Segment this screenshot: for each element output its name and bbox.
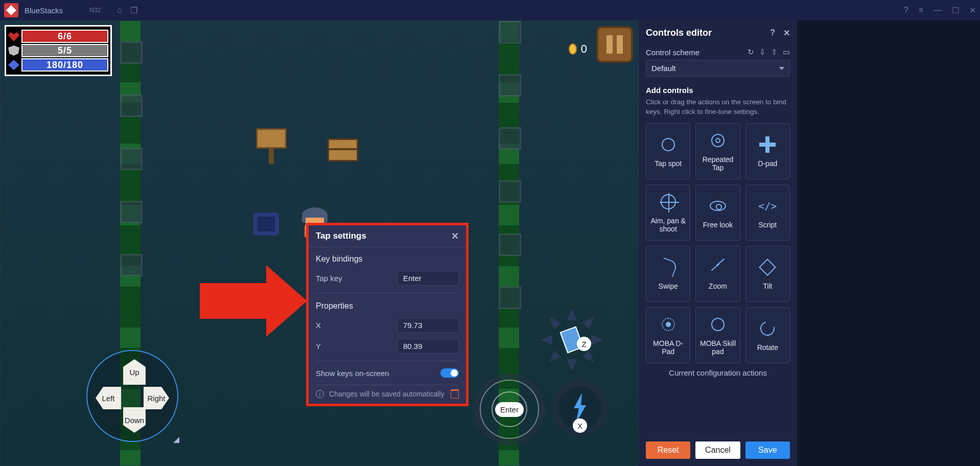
footer-note: Changes will be saved automatically [329, 390, 445, 398]
dpad-left[interactable]: Left [96, 387, 121, 409]
hp-value: 6/6 [21, 30, 108, 43]
recent-apps-icon[interactable]: ❐ [130, 6, 137, 15]
moba-dpad-icon [662, 318, 675, 331]
instance-badge: N32 [89, 7, 101, 14]
annotation-arrow [200, 265, 307, 337]
app-name: BlueStacks [25, 6, 63, 15]
hamburger-icon[interactable]: ≡ [919, 6, 923, 15]
zoom-icon [710, 260, 726, 275]
game-sprite-chest [328, 138, 358, 161]
coin-value: 0 [581, 42, 587, 56]
dpad-down[interactable]: Down [123, 407, 146, 433]
popup-title: Tap settings [316, 231, 366, 241]
home-icon[interactable]: ⌂ [117, 6, 122, 15]
control-dpad[interactable]: D-pad [745, 123, 790, 179]
export-icon[interactable]: ⇧ [771, 48, 778, 57]
control-tilt[interactable]: Tilt [745, 246, 790, 302]
mana-value: 180/180 [21, 58, 108, 72]
maximize-icon[interactable]: ☐ [952, 6, 959, 15]
dpad-up[interactable]: Up [123, 359, 146, 385]
titlebar: BlueStacks N32 ⌂ ❐ ? ≡ — ☐ ✕ [0, 0, 980, 20]
folder-icon[interactable]: ▭ [783, 48, 790, 57]
control-tap-spot[interactable]: Tap spot [646, 123, 690, 179]
game-viewport[interactable]: 6/6 5/5 180/180 0 Up Down Left Right [0, 20, 639, 466]
controls-editor-panel: Controls editor ? ✕ Control scheme ↻ ⇩ ⇧… [639, 20, 797, 466]
tap-spot-icon [662, 138, 675, 151]
eye-icon [710, 201, 726, 211]
swipe-icon [658, 258, 678, 277]
app-logo [4, 3, 18, 17]
delete-icon[interactable] [451, 389, 459, 399]
control-free-look[interactable]: Free look [695, 184, 740, 241]
show-keys-toggle[interactable] [440, 368, 459, 378]
show-keys-label: Show keys on-screen [316, 369, 389, 378]
dpad-overlay[interactable]: Up Down Left Right [86, 350, 178, 442]
save-button[interactable]: Save [745, 441, 790, 459]
dpad-right[interactable]: Right [144, 387, 169, 409]
shield-icon [8, 45, 19, 56]
tap-key-label: Tap key [316, 274, 342, 283]
panel-title: Controls editor [646, 28, 712, 38]
tap-overlay-card[interactable]: Z [539, 307, 604, 372]
control-moba-dpad[interactable]: MOBA D-Pad [646, 307, 690, 363]
rotate-icon [758, 319, 777, 338]
control-aim-pan-shoot[interactable]: Aim, pan & shoot [646, 184, 690, 241]
reset-button[interactable]: Reset [646, 441, 690, 459]
panel-help-icon[interactable]: ? [770, 28, 775, 38]
dpad-icon [759, 136, 776, 153]
y-label: Y [316, 342, 321, 351]
control-moba-skill[interactable]: MOBA Skill pad [695, 307, 740, 363]
help-icon[interactable]: ? [904, 6, 908, 15]
y-input[interactable] [398, 339, 459, 354]
heart-icon [8, 31, 19, 41]
sync-icon[interactable]: ↻ [748, 48, 754, 57]
tap-overlay-bolt[interactable]: X [552, 381, 608, 436]
tap-overlay-enter[interactable]: Enter [474, 374, 545, 445]
key-chip-z[interactable]: Z [577, 337, 591, 351]
coin-counter: 0 [569, 42, 587, 56]
control-script[interactable]: </> Script [745, 184, 790, 241]
tap-key-input[interactable] [398, 271, 459, 286]
scheme-label: Control scheme [646, 48, 699, 57]
tilt-icon [759, 259, 776, 276]
mana-icon [8, 60, 19, 70]
pause-button[interactable] [596, 26, 633, 63]
minimize-icon[interactable]: — [934, 6, 942, 15]
scheme-value: Default [651, 64, 676, 73]
control-zoom[interactable]: Zoom [695, 246, 740, 302]
config-actions-label: Current configuration actions [646, 363, 790, 382]
control-swipe[interactable]: Swipe [646, 246, 690, 302]
cancel-button[interactable]: Cancel [695, 441, 740, 459]
info-icon: i [316, 390, 324, 398]
coin-icon [569, 43, 577, 55]
import-icon[interactable]: ⇩ [759, 48, 766, 57]
aim-icon [661, 194, 676, 209]
panel-close-icon[interactable]: ✕ [783, 28, 790, 38]
moba-skill-icon [711, 318, 725, 331]
tap-settings-popup: Tap settings ✕ Key bindings Tap key Prop… [306, 223, 469, 406]
scheme-select[interactable]: Default [646, 60, 790, 77]
close-window-icon[interactable]: ✕ [969, 6, 976, 15]
armor-value: 5/5 [21, 44, 108, 57]
script-icon: </> [758, 200, 777, 212]
add-controls-label: Add controls [646, 86, 693, 95]
x-label: X [316, 321, 321, 330]
game-sprite-sign [256, 128, 287, 164]
section-key-bindings: Key bindings [316, 250, 459, 268]
close-icon[interactable]: ✕ [451, 230, 459, 242]
x-input[interactable] [398, 318, 459, 333]
repeated-tap-icon [711, 134, 725, 147]
game-sprite-npc [253, 213, 279, 236]
control-rotate[interactable]: Rotate [745, 307, 790, 363]
key-chip-enter[interactable]: Enter [495, 402, 524, 417]
control-repeated-tap[interactable]: Repeated Tap [695, 123, 740, 179]
resize-handle-icon[interactable] [173, 437, 179, 443]
key-chip-x[interactable]: X [573, 418, 587, 433]
section-properties: Properties [316, 297, 459, 315]
game-hud: 6/6 5/5 180/180 [5, 25, 112, 76]
add-controls-hint: Click or drag the actions on the screen … [646, 98, 790, 117]
